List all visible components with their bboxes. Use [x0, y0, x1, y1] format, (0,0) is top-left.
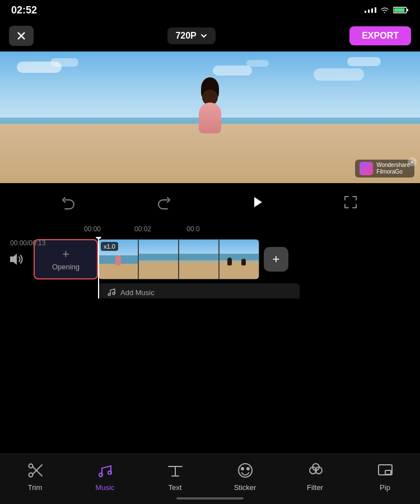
timeline-area[interactable]: + Opening x1.0	[0, 237, 420, 298]
fullscreen-button[interactable]	[339, 191, 362, 213]
resolution-selector[interactable]: 720P	[167, 27, 215, 44]
svg-point-22	[247, 468, 249, 470]
video-clip-strip[interactable]: x1.0	[98, 239, 259, 279]
export-button[interactable]: EXPORT	[349, 26, 411, 45]
bottom-toolbar: Trim Music Text	[0, 454, 420, 504]
clip-frame-1: x1.0	[98, 239, 138, 279]
opening-label: Opening	[52, 263, 80, 271]
undo-button[interactable]	[58, 191, 81, 213]
pip-icon	[376, 461, 395, 480]
ruler-marker-0: 00:00	[67, 225, 118, 233]
speed-badge: x1.0	[101, 242, 118, 251]
tool-trim[interactable]: Trim	[13, 461, 58, 492]
ruler-marker-2: 00:02	[118, 225, 168, 233]
home-indicator	[176, 497, 244, 500]
svg-line-12	[32, 465, 42, 474]
filter-label: Filter	[307, 483, 323, 492]
svg-rect-2	[394, 8, 405, 12]
timeline-ruler: 00:00 00:02 00:0	[0, 221, 420, 237]
tool-sticker[interactable]: Sticker	[223, 461, 268, 492]
svg-line-11	[32, 466, 42, 476]
clip-frame-3	[179, 239, 219, 279]
editor-section: 00:00/00:13 00:00 00:02 00:0	[0, 183, 420, 298]
status-icons	[365, 6, 409, 14]
video-track: + Opening x1.0	[0, 237, 420, 282]
playback-controls	[0, 183, 420, 221]
svg-point-10	[29, 473, 32, 477]
tool-text[interactable]: Text	[153, 461, 198, 492]
watermark-logo	[360, 162, 373, 175]
opening-plus-icon: +	[62, 248, 69, 260]
svg-marker-6	[10, 254, 17, 265]
svg-rect-27	[385, 470, 391, 474]
svg-point-13	[99, 473, 102, 477]
export-label: EXPORT	[362, 31, 399, 40]
status-bar: 02:52	[0, 0, 420, 20]
wifi-icon	[380, 6, 390, 14]
trim-label: Trim	[28, 483, 43, 492]
svg-point-7	[108, 293, 110, 296]
sticker-label: Sticker	[234, 483, 256, 492]
clip-frame-4	[219, 239, 259, 279]
pip-label: Pip	[380, 483, 390, 492]
music-icon	[96, 461, 115, 480]
scissors-icon	[26, 461, 45, 480]
text-icon	[166, 461, 185, 480]
status-time: 02:52	[11, 4, 37, 16]
play-button[interactable]	[246, 191, 268, 213]
ruler-marker-4: 00:0	[168, 225, 218, 233]
svg-point-8	[113, 292, 115, 295]
add-music-button[interactable]: Add Music	[98, 283, 300, 298]
watermark-overlay: ✕ Wondershare FilmoraGo	[355, 160, 414, 178]
clip-frame-2	[138, 239, 179, 279]
svg-marker-5	[254, 197, 262, 207]
add-clip-icon: +	[273, 252, 280, 267]
watermark-text: Wondershare FilmoraGo	[376, 162, 410, 175]
add-clip-button[interactable]: +	[264, 247, 288, 272]
svg-point-14	[108, 471, 111, 474]
tool-pip[interactable]: Pip	[363, 461, 408, 492]
video-preview: ✕ Wondershare FilmoraGo	[0, 52, 420, 183]
svg-point-9	[29, 464, 32, 468]
tool-filter[interactable]: Filter	[293, 461, 338, 492]
signal-icon	[365, 7, 376, 13]
time-counter: 00:00/00:13	[10, 239, 45, 247]
watermark-close-icon[interactable]: ✕	[408, 157, 417, 166]
person-figure	[193, 83, 227, 133]
add-music-label: Add Music	[120, 288, 155, 297]
resolution-label: 720P	[175, 31, 196, 41]
top-bar: 720P EXPORT	[0, 20, 420, 52]
sticker-icon	[236, 461, 255, 480]
text-label: Text	[169, 483, 182, 492]
svg-rect-1	[407, 9, 409, 11]
music-track: Add Music	[0, 283, 420, 298]
chevron-down-icon	[200, 32, 208, 40]
close-button[interactable]	[9, 26, 34, 46]
music-note-icon	[107, 288, 116, 297]
music-label: Music	[96, 483, 115, 492]
filter-icon	[306, 461, 325, 480]
timeline-wrapper: 00:00/00:13 00:00 00:02 00:0	[0, 221, 420, 298]
tool-music[interactable]: Music	[83, 461, 128, 492]
redo-button[interactable]	[152, 191, 174, 213]
battery-icon	[393, 6, 409, 14]
volume-icon[interactable]	[0, 251, 34, 267]
playhead[interactable]	[98, 237, 99, 298]
video-frame: ✕ Wondershare FilmoraGo	[0, 52, 420, 183]
svg-point-21	[241, 468, 244, 470]
